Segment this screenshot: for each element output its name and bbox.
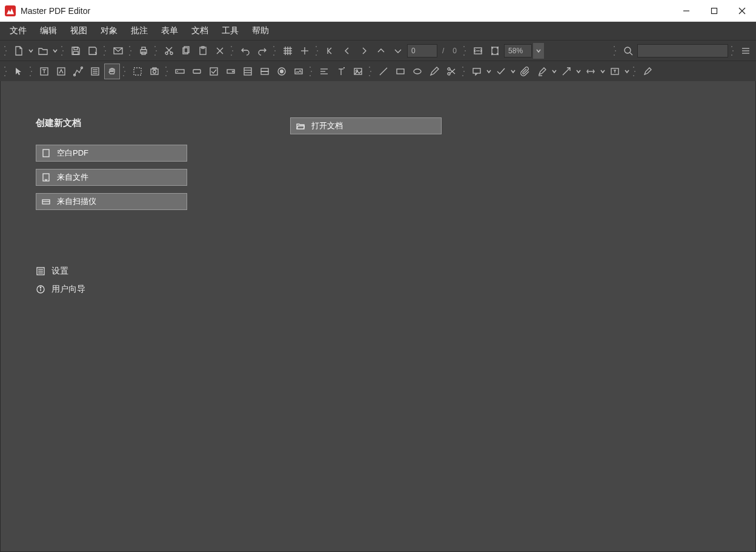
form-editor-icon[interactable] <box>87 64 103 79</box>
zoom-input[interactable] <box>504 44 532 58</box>
toolbar-grip[interactable] <box>633 65 637 78</box>
menu-help[interactable]: 帮助 <box>246 23 275 39</box>
text-field-icon[interactable] <box>172 64 188 79</box>
search-input[interactable] <box>637 44 728 58</box>
from-scanner-button[interactable]: 来自扫描仪 <box>36 193 187 210</box>
toolbar-grip[interactable] <box>104 44 107 58</box>
dimension-dropdown[interactable] <box>600 64 606 79</box>
paste-icon[interactable] <box>195 43 211 59</box>
save-as-icon[interactable] <box>85 43 101 59</box>
snap-icon[interactable] <box>297 43 313 59</box>
dimension-icon[interactable] <box>583 64 598 79</box>
fit-width-icon[interactable] <box>470 43 486 59</box>
eraser-icon[interactable] <box>640 64 655 79</box>
print-icon[interactable] <box>136 43 151 59</box>
arrow-dropdown[interactable] <box>575 64 582 79</box>
open-doc-button[interactable]: 打开文档 <box>290 117 442 134</box>
menu-comment[interactable]: 批注 <box>125 23 154 39</box>
ellipse-tool-icon[interactable] <box>409 64 425 79</box>
align-icon[interactable] <box>316 64 332 79</box>
radio-icon[interactable] <box>274 64 290 79</box>
save-icon[interactable] <box>68 43 84 59</box>
add-text-icon[interactable] <box>333 64 349 79</box>
prev-page-icon[interactable] <box>339 43 355 59</box>
zoom-dropdown[interactable] <box>533 43 544 59</box>
menu-view[interactable]: 视图 <box>64 23 93 39</box>
toolbar-grip[interactable] <box>165 65 169 78</box>
textbox-dropdown[interactable] <box>624 64 630 79</box>
toolbar-grip[interactable] <box>463 44 467 58</box>
toolbar-grip[interactable] <box>731 44 735 58</box>
toolbar-grip[interactable] <box>123 65 127 78</box>
toolbar-grip[interactable] <box>614 44 617 58</box>
menu-file[interactable]: 文件 <box>4 23 33 39</box>
combobox-icon[interactable] <box>257 64 273 79</box>
close-button[interactable] <box>728 0 756 22</box>
edit-text-icon[interactable] <box>36 64 52 79</box>
edit-vector-icon[interactable] <box>70 64 86 79</box>
arrow-annot-icon[interactable] <box>559 64 574 79</box>
mail-icon[interactable] <box>110 43 126 59</box>
new-file-dropdown[interactable] <box>28 43 34 59</box>
edit-object-icon[interactable] <box>53 64 69 79</box>
up-icon[interactable] <box>373 43 389 59</box>
toolbar-grip[interactable] <box>462 65 466 78</box>
checkbox-icon[interactable] <box>206 64 222 79</box>
menu-forms[interactable]: 表单 <box>155 23 184 39</box>
redo-icon[interactable] <box>254 43 270 59</box>
delete-icon[interactable] <box>212 43 228 59</box>
toolbar-grip[interactable] <box>369 65 373 78</box>
highlight-icon[interactable] <box>534 64 550 79</box>
line-tool-icon[interactable] <box>376 64 391 79</box>
toolbar-grip[interactable] <box>310 65 313 78</box>
toolbar-grip[interactable] <box>30 65 33 78</box>
search-icon[interactable] <box>620 43 636 59</box>
undo-icon[interactable] <box>237 43 253 59</box>
minimize-button[interactable] <box>672 0 700 22</box>
copy-icon[interactable] <box>178 43 194 59</box>
blank-pdf-button[interactable]: 空白PDF <box>36 145 187 162</box>
toolbar-grip[interactable] <box>129 44 133 58</box>
menu-lines-icon[interactable] <box>738 43 754 59</box>
new-file-icon[interactable] <box>11 43 27 59</box>
button-field-icon[interactable] <box>189 64 205 79</box>
toolbar-grip[interactable] <box>61 44 65 58</box>
highlight-dropdown[interactable] <box>551 64 557 79</box>
add-image-icon[interactable] <box>350 64 366 79</box>
maximize-button[interactable] <box>700 0 728 22</box>
toolbar-grip[interactable] <box>154 44 158 58</box>
listbox-icon[interactable] <box>240 64 256 79</box>
menu-object[interactable]: 对象 <box>94 23 124 39</box>
dropdown-field-icon[interactable] <box>223 64 239 79</box>
attachment-icon[interactable] <box>517 64 533 79</box>
scissors-tool-icon[interactable] <box>443 64 459 79</box>
check-dropdown[interactable] <box>510 64 516 79</box>
page-number-input[interactable] <box>407 44 437 58</box>
signature-icon[interactable] <box>291 64 307 79</box>
toolbar-grip[interactable] <box>316 44 319 58</box>
note-icon[interactable] <box>469 64 485 79</box>
menu-edit[interactable]: 编辑 <box>34 23 63 39</box>
hand-tool-icon[interactable] <box>104 64 120 79</box>
menu-document[interactable]: 文档 <box>185 23 214 39</box>
fit-page-icon[interactable] <box>487 43 503 59</box>
snapshot-icon[interactable] <box>147 64 162 79</box>
toolbar-grip[interactable] <box>231 44 234 58</box>
toolbar-grip[interactable] <box>4 65 8 78</box>
next-page-icon[interactable] <box>356 43 372 59</box>
menu-tools[interactable]: 工具 <box>216 23 245 39</box>
from-file-button[interactable]: 来自文件 <box>36 169 187 186</box>
down-icon[interactable] <box>390 43 406 59</box>
check-annot-icon[interactable] <box>493 64 509 79</box>
pointer-icon[interactable] <box>11 64 27 79</box>
first-page-icon[interactable] <box>322 43 338 59</box>
rect-tool-icon[interactable] <box>393 64 408 79</box>
settings-link[interactable]: 设置 <box>36 266 187 277</box>
pencil-tool-icon[interactable] <box>426 64 442 79</box>
toolbar-grip[interactable] <box>4 44 8 58</box>
grid-icon[interactable] <box>280 43 296 59</box>
note-dropdown[interactable] <box>486 64 492 79</box>
open-folder-icon[interactable] <box>35 43 51 59</box>
select-area-icon[interactable] <box>130 64 145 79</box>
cut-icon[interactable] <box>161 43 177 59</box>
